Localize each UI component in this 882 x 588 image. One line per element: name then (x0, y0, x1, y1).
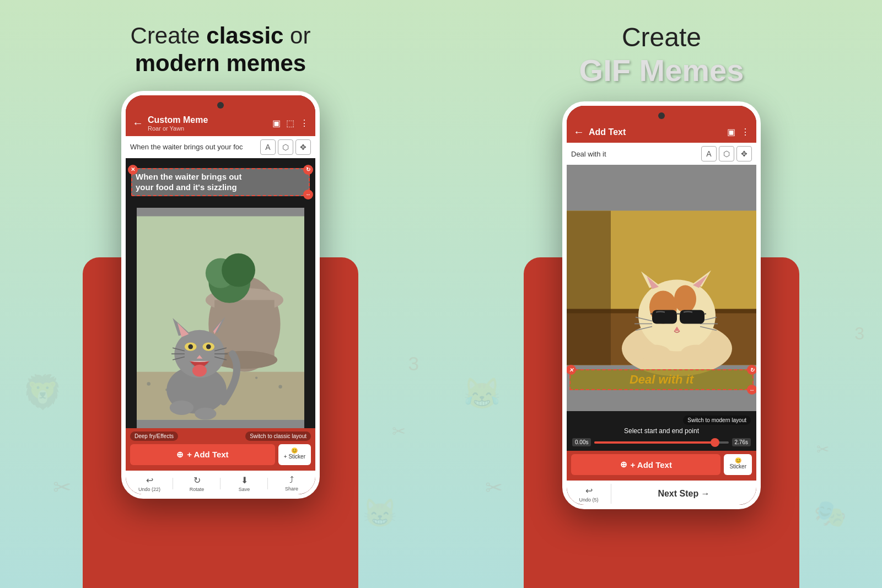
more-icon-left[interactable]: ⋮ (300, 118, 309, 128)
svg-point-32 (192, 364, 207, 376)
crop-icon-left[interactable]: ⬚ (286, 118, 294, 128)
add-text-btn-left[interactable]: ⊕ + Add Text (130, 444, 275, 465)
left-text-input[interactable] (130, 143, 257, 151)
left-cat-image (137, 208, 304, 428)
sticker-label-right: Sticker (729, 463, 746, 470)
back-button-right[interactable]: ← (573, 126, 584, 138)
deal-rotate-btn[interactable]: ↻ (747, 365, 756, 375)
deal-with-it-overlay[interactable]: ✕ ↻ ↔ Deal with it (569, 369, 754, 390)
left-panel: 🦁 ✂ 😸 3 ✂ Create classic or modern memes… (0, 0, 441, 588)
right-text-input[interactable] (571, 150, 698, 158)
left-meme-text-line1: When the waiter brings out (136, 171, 293, 182)
right-phone-inner: ← Add Text ▣ ⋮ A (567, 106, 756, 505)
square-icon-right[interactable]: ▣ (727, 127, 735, 137)
timeline-bar[interactable] (594, 441, 728, 444)
left-app-title: Custom Meme (148, 115, 268, 125)
share-icon-left: ⤴ (289, 475, 294, 485)
timeline-row: 0.00s 2.76s (572, 438, 751, 446)
svg-point-11 (278, 385, 282, 389)
left-title-block: Custom Meme Roar or Yawn (148, 115, 268, 132)
sticker-emoji-left: 😊 (291, 447, 298, 454)
timeline-fill (594, 441, 715, 444)
left-input-icons: A ⬡ ✥ (260, 139, 311, 155)
sticker-label-left: + Sticker (284, 454, 305, 460)
undo-icon-right: ↩ (585, 485, 593, 496)
add-text-label-left: + Add Text (187, 450, 228, 459)
deal-resize-btn[interactable]: ↔ (747, 385, 756, 395)
left-meme-canvas: ✕ ↻ ↔ When the waiter brings out your fo… (126, 158, 315, 428)
cat-yawn-svg (137, 208, 304, 428)
svg-point-28 (188, 344, 193, 349)
font-icon-btn-right[interactable]: A (701, 146, 717, 161)
svg-point-33 (170, 401, 193, 415)
time-end-label: 2.76s (732, 438, 751, 446)
save-icon-left: ⬇ (241, 475, 248, 485)
add-text-btn-right[interactable]: ⊕ + Add Text (571, 454, 720, 475)
switch-layout-row-right: Switch to modern layout (572, 416, 751, 425)
sticker-btn-left[interactable]: 😊 + Sticker (278, 444, 311, 465)
time-start-label: 0.00s (572, 438, 591, 446)
back-button-left[interactable]: ← (132, 117, 143, 130)
left-close-btn[interactable]: ✕ (128, 165, 138, 175)
left-phone-inner: ← Custom Meme Roar or Yawn ▣ ⬚ ⋮ (126, 95, 315, 494)
share-label-left: Share (285, 486, 298, 492)
right-bottom-actions: ⊕ + Add Text 😊 Sticker (567, 451, 756, 481)
svg-point-6 (147, 382, 150, 386)
nav-rotate-left[interactable]: ↻ Rotate (173, 474, 220, 493)
left-text-input-bar: A ⬡ ✥ (126, 136, 315, 158)
sticker-emoji-right: 😊 (735, 457, 741, 463)
deep-fry-btn[interactable]: Deep fry/Effects (130, 431, 178, 441)
nav-undo-left[interactable]: ↩ Undo (22) (126, 474, 173, 493)
font-icon-left: A (265, 143, 270, 152)
left-app-subtitle: Roar or Yawn (148, 125, 268, 132)
svg-point-10 (255, 376, 257, 379)
left-rotate-btn[interactable]: ↻ (303, 165, 313, 175)
move-icon-btn-right[interactable]: ✥ (736, 146, 752, 161)
right-input-icons: A ⬡ ✥ (701, 146, 752, 161)
right-text-input-bar: A ⬡ ✥ (567, 143, 756, 165)
right-phone-wrapper: ← Add Text ▣ ⋮ A (562, 101, 761, 509)
nav-undo-right[interactable]: ↩ Undo (5) (567, 484, 611, 504)
right-bottom-nav: ↩ Undo (5) Next Step → (567, 481, 756, 505)
switch-layout-btn-left[interactable]: Switch to classic layout (245, 431, 311, 441)
effect-icon-btn-right[interactable]: ⬡ (719, 146, 734, 161)
deal-with-it-text: Deal with it (630, 373, 693, 386)
more-icon-right[interactable]: ⋮ (741, 127, 750, 137)
left-meme-text-line2: your food and it's sizzling (136, 182, 293, 193)
modern-memes-text: modern memes (135, 50, 306, 76)
add-text-plus-icon-right: ⊕ (620, 460, 627, 470)
nav-share-left[interactable]: ⤴ Share (268, 474, 315, 493)
right-header-icons: ▣ ⋮ (727, 127, 750, 137)
add-text-plus-icon-left: ⊕ (176, 450, 184, 460)
right-panel-header: Create GIF Memes (579, 22, 744, 88)
svg-point-30 (206, 344, 211, 349)
square-icon-left[interactable]: ▣ (272, 118, 281, 128)
left-scale-btn[interactable]: ↔ (303, 190, 313, 199)
effect-icon-right: ⬡ (723, 149, 730, 158)
next-step-label: Next Step → (658, 489, 709, 499)
left-meme-text-overlay[interactable]: ✕ ↻ ↔ When the waiter brings out your fo… (131, 168, 310, 196)
nav-save-left[interactable]: ⬇ Save (220, 474, 268, 493)
next-step-btn[interactable]: Next Step → (611, 489, 756, 499)
move-icon-left: ✥ (300, 143, 306, 152)
left-add-text-row: ⊕ + Add Text 😊 + Sticker (130, 444, 311, 465)
save-label-left: Save (239, 487, 250, 492)
select-point-label: Select start and end point (572, 427, 751, 435)
left-phone: ← Custom Meme Roar or Yawn ▣ ⬚ ⋮ (121, 91, 320, 499)
svg-point-60 (639, 345, 670, 362)
right-panel: 😹 ✂ 🎭 3 ✂ Create GIF Memes ← Add Text (441, 0, 882, 588)
undo-label-right: Undo (5) (579, 497, 598, 503)
left-panel-header: Create classic or modern memes (131, 22, 311, 78)
gif-controls: Switch to modern layout Select start and… (567, 411, 756, 451)
font-icon-btn-left[interactable]: A (260, 139, 276, 155)
move-icon-right: ✥ (741, 149, 747, 158)
effect-icon-btn-left[interactable]: ⬡ (278, 139, 293, 155)
effect-icon-left: ⬡ (282, 143, 289, 152)
svg-point-61 (681, 345, 712, 362)
deal-close-btn[interactable]: ✕ (567, 365, 576, 375)
move-icon-btn-left[interactable]: ✥ (295, 139, 311, 155)
switch-layout-btn-right[interactable]: Switch to modern layout (683, 416, 751, 425)
timeline-thumb[interactable] (711, 438, 719, 447)
phone-notch-left (217, 102, 224, 109)
sticker-btn-right[interactable]: 😊 Sticker (724, 454, 752, 475)
